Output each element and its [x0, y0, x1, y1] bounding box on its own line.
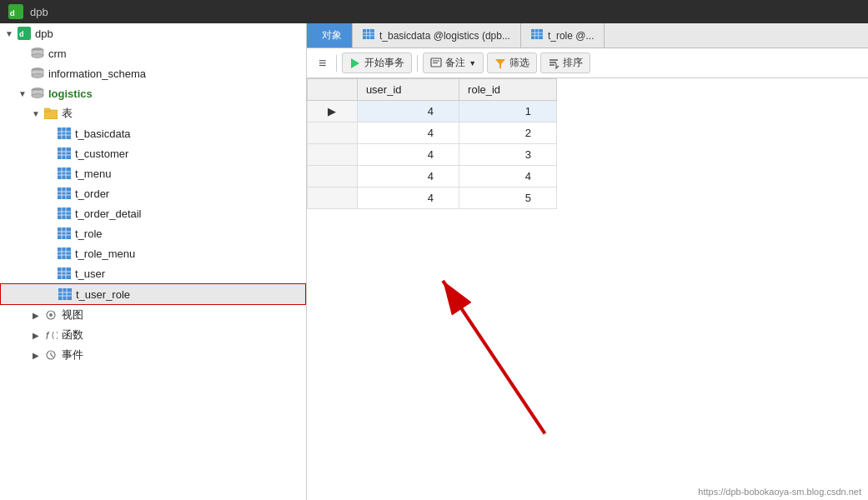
chevron-icon: [43, 168, 55, 179]
sidebar-item-t_customer[interactable]: t_customer: [0, 143, 306, 163]
cell-user-id: 4: [357, 166, 459, 188]
comment-button[interactable]: 备注 ▼: [423, 52, 484, 73]
func-icon: f( ): [43, 328, 58, 342]
sidebar-item-label: t_order_detail: [75, 208, 142, 220]
table-icon: [57, 126, 72, 141]
svg-rect-45: [58, 248, 71, 259]
sidebar-item-t_menu[interactable]: t_menu: [0, 163, 306, 183]
sidebar-item-dpb[interactable]: ▼ddpb: [0, 23, 306, 43]
cell-role-id: 4: [459, 166, 557, 188]
sidebar-item-t_user_role[interactable]: t_user_role: [0, 283, 306, 305]
sidebar-item-events[interactable]: ▶事件: [0, 345, 306, 365]
sidebar-item-tables[interactable]: ▼表: [0, 103, 306, 123]
table-icon: [57, 186, 72, 201]
chevron-icon: ▼: [30, 108, 42, 119]
tab-t_role[interactable]: t_role @...: [521, 23, 605, 48]
content-area: 对象t_basicdata @logistics (dpb...t_role @…: [307, 23, 868, 500]
row-marker: ▶: [308, 101, 358, 122]
begin-transaction-button[interactable]: 开始事务: [342, 52, 412, 73]
table-row[interactable]: 42: [308, 122, 557, 144]
row-marker-header: [308, 79, 358, 101]
sort-icon: [548, 58, 559, 69]
sort-button[interactable]: 排序: [540, 52, 590, 73]
cell-user-id: 4: [357, 122, 459, 144]
sidebar-item-t_order_detail[interactable]: t_order_detail: [0, 203, 306, 223]
cell-role-id: 1: [459, 101, 557, 122]
column-header-role_id: role_id: [459, 79, 557, 101]
sidebar-item-label: 事件: [62, 348, 83, 362]
comment-icon: [430, 58, 442, 69]
tab-t_basicdata[interactable]: t_basicdata @logistics (dpb...: [353, 23, 521, 48]
table-icon: [57, 206, 72, 221]
table-icon: [57, 146, 72, 161]
row-marker: [308, 166, 358, 188]
cell-user-id: 4: [357, 188, 459, 209]
sidebar-item-t_user[interactable]: t_user: [0, 263, 306, 283]
table-row[interactable]: ▶41: [308, 101, 557, 122]
cell-role-id: 3: [459, 144, 557, 166]
main-layout: ▼ddpbcrminformation_schema▼logistics▼表t_…: [0, 23, 868, 500]
sidebar-item-t_role[interactable]: t_role: [0, 223, 306, 243]
chevron-icon: [17, 48, 28, 59]
table-row[interactable]: 44: [308, 166, 557, 188]
tab-objects[interactable]: 对象: [307, 23, 353, 48]
chevron-icon: [43, 208, 55, 219]
svg-rect-55: [58, 288, 72, 300]
app-logo: d: [8, 4, 23, 19]
schema-icon: [30, 46, 45, 61]
cell-role-id: 2: [459, 122, 557, 144]
svg-rect-72: [531, 29, 543, 39]
cell-role-id: 5: [459, 188, 557, 209]
sidebar-item-label: 视图: [62, 308, 83, 322]
chevron-icon: ▼: [3, 28, 15, 39]
svg-point-6: [32, 54, 43, 58]
svg-rect-14: [44, 108, 50, 112]
data-grid-container[interactable]: user_idrole_id▶4142434445 https://dpb-bo…: [307, 78, 868, 500]
folder-icon: [43, 106, 58, 121]
sidebar-item-label: t_role_menu: [75, 248, 135, 260]
sidebar-item-t_role_menu[interactable]: t_role_menu: [0, 243, 306, 263]
sidebar-item-label: 表: [62, 106, 73, 121]
chevron-icon: ▶: [30, 329, 42, 341]
sidebar-item-t_order[interactable]: t_order: [0, 183, 306, 203]
sidebar-item-information_schema[interactable]: information_schema: [0, 63, 306, 83]
filter-button[interactable]: 筛选: [487, 52, 537, 73]
table-row[interactable]: 43: [308, 144, 557, 166]
chevron-icon: ▼: [17, 88, 28, 99]
sidebar-item-label: information_schema: [48, 68, 146, 80]
sidebar-item-label: t_user_role: [76, 288, 130, 301]
sidebar-item-functions[interactable]: ▶f( )函数: [0, 325, 306, 345]
cell-user-id: 4: [357, 144, 459, 166]
filter-icon: [494, 58, 506, 69]
chevron-icon: [43, 128, 55, 139]
svg-text:f: f: [46, 330, 50, 341]
sidebar-item-label: t_order: [75, 188, 109, 200]
watermark: https://dpb-bobokaoya-sm.blog.csdn.net: [698, 487, 861, 497]
schema-icon: [30, 86, 45, 101]
toolbar-menu-icon[interactable]: ≡: [314, 54, 331, 72]
svg-text:( ): ( ): [52, 331, 58, 339]
sidebar-item-label: logistics: [48, 88, 93, 100]
table-row[interactable]: 45: [308, 188, 557, 209]
cell-user-id: 4: [357, 101, 459, 122]
schema-icon: [30, 66, 45, 81]
chevron-icon: [17, 68, 28, 79]
sidebar-item-logistics[interactable]: ▼logistics: [0, 83, 306, 103]
svg-rect-35: [58, 208, 71, 219]
sidebar-item-views[interactable]: ▶视图: [0, 305, 306, 325]
sidebar-item-label: t_user: [75, 268, 105, 280]
svg-text:d: d: [10, 8, 15, 18]
toolbar-sep2: [417, 55, 418, 72]
svg-rect-50: [58, 268, 71, 279]
row-marker: [308, 188, 358, 209]
svg-rect-30: [58, 188, 71, 199]
chevron-icon: [43, 268, 55, 279]
chevron-icon: ▶: [30, 309, 42, 321]
chevron-icon: [44, 288, 56, 300]
sidebar-item-crm[interactable]: crm: [0, 43, 306, 63]
row-marker: [308, 122, 358, 144]
svg-rect-67: [363, 29, 374, 39]
chevron-icon: [43, 188, 55, 199]
sidebar-item-t_basicdata[interactable]: t_basicdata: [0, 123, 306, 143]
sidebar-item-label: t_basicdata: [75, 128, 131, 140]
